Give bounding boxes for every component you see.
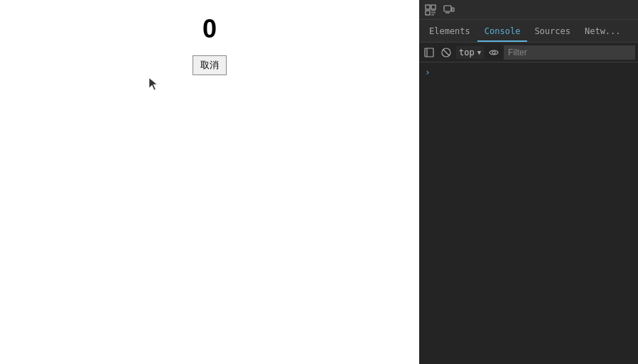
console-content: › [419,62,638,364]
svg-rect-3 [444,6,451,11]
cursor-indicator [149,78,158,91]
console-toolbar: top ▼ [419,43,638,62]
svg-rect-2 [426,11,430,15]
context-dropdown-icon: ▼ [477,49,481,56]
eye-icon[interactable] [487,45,501,60]
counter-display: 0 [202,14,217,44]
main-page: 0 取消 [0,0,419,364]
tab-elements[interactable]: Elements [422,22,477,42]
svg-rect-1 [431,5,436,9]
tab-network[interactable]: Netw... [578,22,628,42]
filter-input[interactable] [504,45,635,60]
device-toggle-icon[interactable] [440,1,458,18]
devtools-toolbar [419,0,638,20]
prompt-arrow-icon[interactable]: › [425,67,431,77]
svg-rect-0 [426,5,430,9]
context-label: top [459,48,475,57]
devtools-panel: Elements Console Sources Netw... top ▼ [419,0,638,364]
svg-line-9 [443,50,449,55]
clear-console-icon[interactable] [439,45,453,60]
cancel-button[interactable]: 取消 [193,55,227,75]
tab-sources[interactable]: Sources [527,22,578,42]
svg-rect-6 [425,48,433,57]
context-selector[interactable]: top ▼ [456,46,484,59]
tab-console[interactable]: Console [477,22,528,42]
inspect-icon[interactable] [422,1,439,18]
sidebar-toggle-icon[interactable] [422,45,436,60]
devtools-tabs: Elements Console Sources Netw... [419,20,638,43]
svg-point-10 [492,51,495,54]
console-prompt: › [425,65,632,79]
svg-rect-4 [452,8,454,11]
